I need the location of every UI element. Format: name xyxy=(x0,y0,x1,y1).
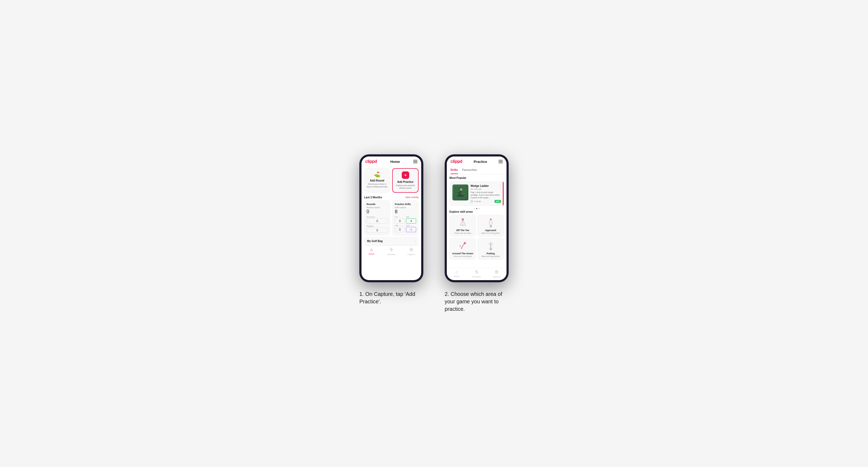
skill-putting[interactable]: Putting Make and lag practice xyxy=(477,238,504,260)
app-value: 4 xyxy=(406,218,416,224)
featured-desc: Play 1 shot at each target yardage. If y… xyxy=(470,191,501,199)
app-stat: APP 4 xyxy=(406,216,416,224)
approach-desc: Dial-in to hit the green xyxy=(482,232,500,234)
activities-icon-1 xyxy=(389,247,394,253)
nav-home-1[interactable]: ⌂ Home xyxy=(362,247,381,256)
nav-capture-1[interactable]: Capture xyxy=(401,247,421,256)
golf-bag-label: My Golf Bag xyxy=(367,240,382,243)
putt-label: PUTT xyxy=(406,225,416,226)
drills-capture-label: Drills Capture xyxy=(395,207,416,209)
golf-bag-row[interactable]: My Golf Bag › xyxy=(364,237,418,246)
drills-col: Practice Drills Drills Capture 8 OTT 0 A… xyxy=(393,200,418,236)
ott-stat: OTT 0 xyxy=(395,216,405,224)
nav-activities-2[interactable]: Activities xyxy=(467,270,487,278)
add-round-title: Add Round xyxy=(370,179,384,182)
caption-2: 2. Choose which area of your game you wa… xyxy=(445,290,509,313)
page-container: clippd Home ⛳ Add Round Record your shot… xyxy=(359,154,509,313)
view-activity-link[interactable]: View Activity xyxy=(405,196,418,198)
add-practice-title: Add Practice xyxy=(397,181,413,183)
activities-icon-2 xyxy=(474,270,479,275)
nav-home-2[interactable]: ⌂ Home xyxy=(447,270,467,278)
rounds-col: Rounds Rounds Capture 0 Tournament 0 Pra… xyxy=(364,200,390,236)
header-title-2: Practice xyxy=(474,160,487,164)
around-green-diagram xyxy=(458,241,468,251)
capture-label-1: Capture xyxy=(407,253,415,256)
tabs-bar: Drills Favourites xyxy=(447,166,506,174)
logo-2: clippd xyxy=(451,159,462,164)
phone2-header: clippd Practice xyxy=(447,156,506,166)
nav-activities-1[interactable]: Activities xyxy=(381,247,401,256)
arg-label: ARG xyxy=(395,225,405,226)
phone-1: clippd Home ⛳ Add Round Record your shot… xyxy=(359,154,423,282)
featured-img xyxy=(453,184,468,200)
home-icon-2: ⌂ xyxy=(456,270,458,275)
add-round-card[interactable]: ⛳ Add Round Record your shots in fast or… xyxy=(364,168,390,193)
chevron-icon: › xyxy=(414,239,415,243)
skill-approach[interactable]: Approach Dial-in to hit the green xyxy=(477,215,504,237)
putting-desc: Make and lag practice xyxy=(482,255,500,257)
capture-label-2: Capture xyxy=(493,276,500,278)
svg-point-3 xyxy=(460,188,462,191)
featured-info: Wedge Ladder 50–100 yds Play 1 shot at e… xyxy=(470,184,501,203)
practice-label: Practice xyxy=(367,225,388,227)
caption-1: 1. On Capture, tap 'Add Practice'. xyxy=(359,290,423,305)
svg-line-11 xyxy=(460,219,463,225)
stats-container: Rounds Rounds Capture 0 Tournament 0 Pra… xyxy=(362,200,421,236)
featured-footer: 9 shots APP xyxy=(470,200,501,203)
skill-off-the-tee[interactable]: Off The Tee Power and accuracy xyxy=(450,215,476,237)
hamburger-icon-1[interactable] xyxy=(413,160,417,163)
approach-name: Approach xyxy=(485,229,496,231)
featured-yds: 50–100 yds xyxy=(470,188,501,190)
app-label: APP xyxy=(406,216,416,218)
section-header: Last 3 Months View Activity xyxy=(362,195,421,200)
home-icon-1: ⌂ xyxy=(370,247,373,252)
phone2-bottom-nav: ⌂ Home Activities Capture xyxy=(447,268,506,280)
add-round-desc: Record your shots in fast or enhanced mo… xyxy=(367,183,388,188)
add-round-icon: ⛳ xyxy=(374,171,380,178)
approach-diagram xyxy=(486,217,496,228)
logo-1: clippd xyxy=(365,159,377,164)
putt-stat: PUTT 4 xyxy=(406,225,416,232)
tab-favourites[interactable]: Favourites xyxy=(462,166,477,174)
tab-drills[interactable]: Drills xyxy=(451,166,458,174)
rounds-title: Rounds xyxy=(367,203,388,206)
nav-capture-2[interactable]: Capture xyxy=(487,270,506,278)
hamburger-icon-2[interactable] xyxy=(498,160,503,163)
phone-section-1: clippd Home ⛳ Add Round Record your shot… xyxy=(359,154,423,305)
practice-value: 0 xyxy=(367,228,388,233)
most-popular-label: Most Popular xyxy=(450,177,504,179)
featured-title: Wedge Ladder xyxy=(470,184,501,187)
home-cards: ⛳ Add Round Record your shots in fast or… xyxy=(362,166,421,195)
app-badge: APP xyxy=(495,200,501,203)
phone-1-screen: clippd Home ⛳ Add Round Record your shot… xyxy=(362,156,421,280)
around-green-desc: Hone your short game xyxy=(454,255,472,257)
around-green-name: Around The Green xyxy=(452,252,473,255)
add-practice-card[interactable]: Add Practice Capture your practice off-t… xyxy=(392,168,418,193)
red-bar xyxy=(503,182,503,206)
rounds-capture-value: 0 xyxy=(367,209,388,215)
activities-label-2: Activities xyxy=(472,276,481,278)
skill-around-green[interactable]: Around The Green Hone your short game xyxy=(450,238,476,260)
ott-label: OTT xyxy=(395,216,405,218)
phone-2-screen: clippd Practice Drills Favourites Most P… xyxy=(447,156,506,280)
home-label-1: Home xyxy=(369,253,374,255)
home-label-2: Home xyxy=(454,275,460,278)
dot-3 xyxy=(478,208,480,209)
star-icon[interactable]: ☆ xyxy=(498,184,501,188)
svg-line-13 xyxy=(463,219,465,225)
featured-card[interactable]: Wedge Ladder 50–100 yds Play 1 shot at e… xyxy=(450,182,504,206)
skill-grid: Off The Tee Power and accuracy Appr xyxy=(450,215,504,260)
rounds-capture-label: Rounds Capture xyxy=(367,207,388,209)
capture-icon-1 xyxy=(409,247,413,253)
phone-section-2: clippd Practice Drills Favourites Most P… xyxy=(445,154,509,313)
putting-name: Putting xyxy=(487,252,495,255)
svg-point-16 xyxy=(490,219,491,220)
arg-stat: ARG 0 xyxy=(395,225,405,232)
drills-title: Practice Drills xyxy=(395,203,416,206)
add-practice-icon xyxy=(402,172,409,179)
tournament-label: Tournament xyxy=(367,216,388,218)
putting-diagram xyxy=(486,241,496,251)
svg-point-2 xyxy=(457,195,464,197)
stats-grid: Rounds Rounds Capture 0 Tournament 0 Pra… xyxy=(364,200,418,236)
drills-capture-value: 8 xyxy=(395,209,416,215)
